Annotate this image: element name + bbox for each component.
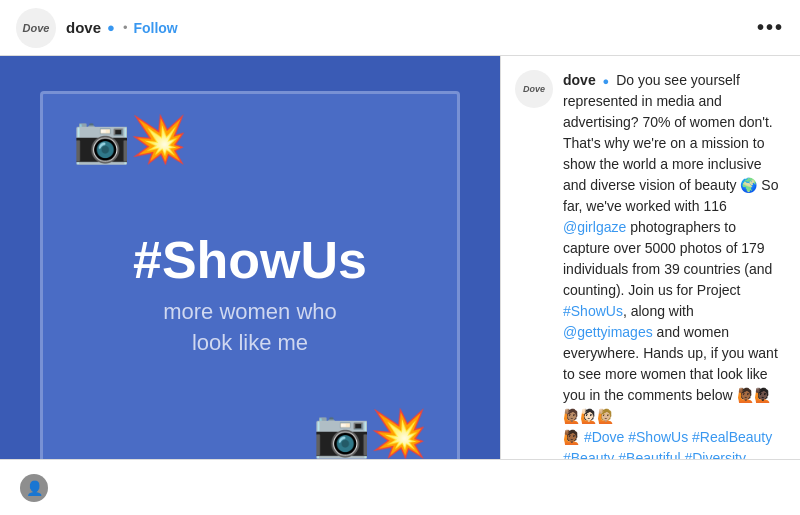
camera-top-emoji: 📷💥	[73, 112, 187, 166]
follow-button[interactable]: Follow	[133, 20, 177, 36]
bottom-nav: 👤	[0, 459, 800, 515]
post-body: dove ● Do you see yourself represented i…	[563, 70, 786, 459]
post-username[interactable]: dove	[563, 72, 596, 88]
main-content: 📷💥 #ShowUs more women wholook like me 📷💥…	[0, 56, 800, 459]
post-author-header: Dove dove ● Do you see yourself represen…	[501, 56, 800, 459]
more-options-button[interactable]: •••	[757, 16, 784, 39]
header-avatar[interactable]: Dove	[16, 8, 56, 48]
post-avatar-logo: Dove	[523, 84, 545, 94]
post-hashtags: #Dove #ShowUs #RealBeauty #Beauty #Beaut…	[563, 429, 772, 459]
post-caption-text: Do you see yourself represented in media…	[563, 72, 778, 459]
header-username: dove	[66, 19, 101, 36]
top-header: Dove dove ● • Follow •••	[0, 0, 800, 56]
right-panel: Dove dove ● Do you see yourself represen…	[500, 56, 800, 459]
dove-logo-text: Dove	[23, 22, 50, 34]
current-user-avatar[interactable]: 👤	[20, 474, 48, 502]
post-avatar[interactable]: Dove	[515, 70, 553, 108]
post-verified-icon: ●	[603, 75, 610, 87]
polaroid-frame: 📷💥 #ShowUs more women wholook like me 📷💥	[40, 91, 460, 460]
post-subtext: more women wholook like me	[163, 297, 337, 359]
post-image: 📷💥 #ShowUs more women wholook like me 📷💥	[0, 56, 500, 459]
camera-bottom-emoji: 📷💥	[313, 406, 427, 460]
post-caption-area: dove ● Do you see yourself represented i…	[563, 70, 786, 459]
header-dot-separator: •	[123, 20, 128, 35]
header-verified-icon: ●	[107, 20, 115, 35]
hashtag-text: #ShowUs	[133, 232, 367, 289]
user-avatar-icon: 👤	[26, 480, 43, 496]
